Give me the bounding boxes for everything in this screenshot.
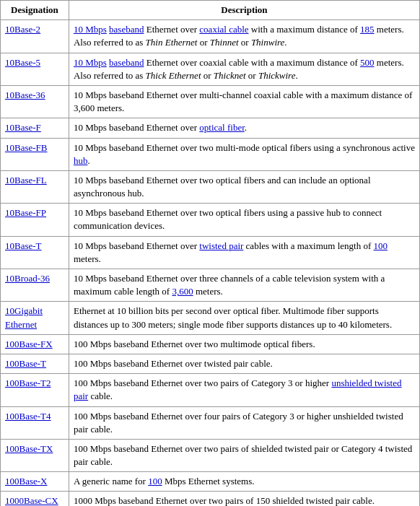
table-row: 10Base-3610 Mbps baseband Ethernet over … — [1, 85, 420, 118]
table-row: 100Base-T2100 Mbps baseband Ethernet ove… — [1, 374, 420, 406]
table-row: 10Base-FB10 Mbps baseband Ethernet over … — [1, 138, 420, 170]
table-row: 100Base-T100 Mbps baseband Ethernet over… — [1, 354, 420, 373]
table-row: 10Base-FL10 Mbps baseband Ethernet over … — [1, 170, 420, 203]
description-cell: 100 Mbps baseband Ethernet over two mult… — [69, 334, 419, 354]
designation-cell: 10Base-FB — [1, 138, 69, 170]
designation-link[interactable]: 10Base-2 — [5, 24, 40, 35]
description-cell: 10 Mbps baseband Ethernet over coaxial c… — [69, 20, 419, 53]
description-cell: 100 Mbps baseband Ethernet over two pair… — [69, 439, 419, 471]
designation-cell: 10Base-36 — [1, 85, 69, 118]
designation-cell: 10Base-FL — [1, 170, 69, 203]
designation-cell: 10Base-F — [1, 118, 69, 138]
designation-link[interactable]: 100Base-X — [5, 476, 48, 487]
ethernet-table: Designation Description 10Base-210 Mbps … — [0, 0, 420, 506]
description-cell: 10 Mbps baseband Ethernet over two optic… — [69, 170, 419, 203]
designation-link[interactable]: 10Gigabit Ethernet — [5, 305, 43, 329]
description-cell: 10 Mbps baseband Ethernet over twisted p… — [69, 236, 419, 269]
description-cell: 100 Mbps baseband Ethernet over two pair… — [69, 374, 419, 406]
designation-cell: 1000Base-CX — [1, 492, 69, 506]
description-cell: A generic name for 100 Mbps Ethernet sys… — [69, 472, 419, 492]
description-cell: 10 Mbps baseband Ethernet over two multi… — [69, 138, 419, 170]
table-row: 100Base-TX100 Mbps baseband Ethernet ove… — [1, 439, 420, 471]
table-row: 10Base-510 Mbps baseband Ethernet over c… — [1, 53, 420, 85]
designation-link[interactable]: 10Base-T — [5, 240, 42, 251]
table-row: 100Base-FX100 Mbps baseband Ethernet ove… — [1, 334, 420, 354]
designation-link[interactable]: 10Base-FL — [5, 175, 47, 186]
col-description: Description — [69, 1, 419, 20]
designation-link[interactable]: 10Base-5 — [5, 57, 40, 68]
designation-cell: 100Base-T4 — [1, 406, 69, 439]
description-cell: 10 Mbps baseband Ethernet over two optic… — [69, 204, 419, 236]
designation-cell: 10Base-5 — [1, 53, 69, 85]
designation-link[interactable]: 100Base-T — [5, 358, 46, 369]
designation-link[interactable]: 10Base-FP — [5, 207, 46, 218]
table-row: 10Base-T10 Mbps baseband Ethernet over t… — [1, 236, 420, 269]
col-designation: Designation — [1, 1, 69, 20]
designation-link[interactable]: 1000Base-CX — [5, 495, 58, 506]
designation-cell: 100Base-X — [1, 472, 69, 492]
description-cell: 10 Mbps baseband Ethernet over optical f… — [69, 118, 419, 138]
description-cell: 10 Mbps baseband Ethernet over multi-cha… — [69, 85, 419, 118]
designation-cell: 100Base-FX — [1, 334, 69, 354]
table-row: 10Base-FP10 Mbps baseband Ethernet over … — [1, 204, 420, 236]
designation-link[interactable]: 100Base-FX — [5, 339, 53, 349]
designation-link[interactable]: 10Base-FB — [5, 142, 48, 153]
designation-link[interactable]: 10Broad-36 — [5, 273, 50, 284]
designation-cell: 10Gigabit Ethernet — [1, 302, 69, 334]
description-cell: 10 Mbps baseband Ethernet over three cha… — [69, 269, 419, 302]
designation-link[interactable]: 100Base-T4 — [5, 411, 51, 422]
designation-cell: 100Base-T — [1, 354, 69, 373]
description-cell: Ethernet at 10 billion bits per second o… — [69, 302, 419, 334]
description-cell: 100 Mbps baseband Ethernet over four pai… — [69, 406, 419, 439]
table-row: 10Base-F10 Mbps baseband Ethernet over o… — [1, 118, 420, 138]
designation-cell: 10Base-FP — [1, 204, 69, 236]
table-row: 10Base-210 Mbps baseband Ethernet over c… — [1, 20, 420, 53]
table-row: 10Gigabit EthernetEthernet at 10 billion… — [1, 302, 420, 334]
designation-link[interactable]: 10Base-F — [5, 122, 41, 133]
designation-cell: 100Base-T2 — [1, 374, 69, 406]
description-cell: 10 Mbps baseband Ethernet over coaxial c… — [69, 53, 419, 85]
designation-cell: 10Base-2 — [1, 20, 69, 53]
description-cell: 100 Mbps baseband Ethernet over twisted … — [69, 354, 419, 373]
designation-cell: 10Broad-36 — [1, 269, 69, 302]
designation-cell: 10Base-T — [1, 236, 69, 269]
designation-link[interactable]: 100Base-T2 — [5, 378, 51, 388]
table-row: 10Broad-3610 Mbps baseband Ethernet over… — [1, 269, 420, 302]
designation-cell: 100Base-TX — [1, 439, 69, 471]
description-cell: 1000 Mbps baseband Ethernet over two pai… — [69, 492, 419, 506]
designation-link[interactable]: 100Base-TX — [5, 443, 53, 454]
table-row: 100Base-XA generic name for 100 Mbps Eth… — [1, 472, 420, 492]
designation-link[interactable]: 10Base-36 — [5, 90, 45, 100]
table-row: 1000Base-CX1000 Mbps baseband Ethernet o… — [1, 492, 420, 506]
table-row: 100Base-T4100 Mbps baseband Ethernet ove… — [1, 406, 420, 439]
